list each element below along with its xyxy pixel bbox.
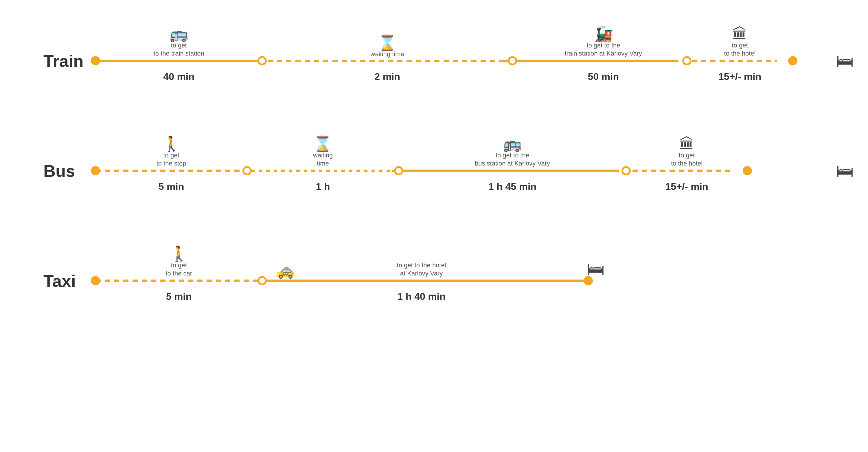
train-icon-3-text: to get to thetrain station at Karlovy Va…	[565, 41, 642, 58]
taxi-label: Taxi	[43, 271, 95, 291]
train-icon-1-text: to get to the train station	[154, 41, 204, 58]
train-label: Train	[43, 51, 95, 70]
taxi-dur-2: 1 h 40 min	[397, 291, 445, 302]
bus-seg-4	[614, 170, 733, 172]
taxi-row: Taxi 🚶 to getto the car 🚕 to get to the …	[43, 249, 854, 312]
taxi-icon-3: to get to the hotelat Karlovy Vary	[397, 261, 446, 278]
bus-end-icon: 🛏	[836, 161, 854, 181]
bus-icon-1: 🚶 to getto the stop	[157, 136, 186, 168]
train-seg-3	[503, 60, 673, 62]
bus-dur-3: 1 h 45 min	[488, 181, 536, 192]
bus-icon-4: 🏛 to getto the hotel	[671, 136, 703, 168]
train-icon-4: 🏛 to getto the hotel	[724, 26, 756, 58]
bus-node-4	[743, 166, 752, 175]
train-node-0	[91, 56, 100, 65]
bus-icon-3-text: to get to thebus station at Karlovy Vary	[475, 151, 550, 168]
taxi-node-1	[257, 276, 267, 285]
taxi-icon-3-text: to get to the hotelat Karlovy Vary	[397, 261, 446, 278]
bus-node-0	[91, 166, 100, 175]
train-dur-1: 40 min	[163, 71, 194, 82]
bus-row: Bus 🚶 to getto the stop ⌛ waitingtime 🚌 …	[43, 139, 854, 203]
taxi-seg-1	[95, 279, 262, 282]
train-dur-2: 2 min	[374, 71, 400, 82]
taxi-icon-2: 🚕	[276, 263, 294, 278]
bus-seg-2	[244, 170, 392, 172]
train-dur-4: 15+/- min	[718, 71, 761, 82]
train-node-1	[257, 56, 267, 65]
taxi-seg-2	[262, 279, 588, 282]
train-seg-1	[95, 60, 258, 62]
taxi-icon-1: 🚶 to getto the car	[165, 246, 192, 278]
train-icon-3: 🚂 to get to thetrain station at Karlovy …	[565, 26, 642, 58]
bus-node-3	[621, 166, 631, 175]
bus-icon-2: ⌛ waitingtime	[313, 136, 333, 168]
taxi-node-0	[91, 276, 100, 285]
train-icon-1: 🚌 to get to the train station	[154, 26, 204, 58]
bus-dur-2: 1 h	[316, 181, 330, 192]
train-icon-2-text: waiting time	[371, 50, 404, 58]
train-end-icon: 🛏	[836, 51, 854, 71]
train-seg-2	[258, 60, 503, 62]
bus-dur-1: 5 min	[159, 181, 184, 192]
bus-icon-1-text: to getto the stop	[157, 151, 186, 168]
train-icon-4-text: to getto the hotel	[724, 41, 756, 58]
bus-label: Bus	[43, 161, 95, 181]
bus-icon-2-text: waitingtime	[313, 151, 333, 168]
diagram-container: Train 🚌 to get to the train station ⌛ wa…	[43, 11, 854, 347]
train-node-2	[508, 56, 517, 65]
bus-node-1	[243, 166, 252, 175]
taxi-dur-1: 5 min	[166, 291, 192, 302]
train-node-3	[682, 56, 691, 65]
bus-seg-1	[95, 170, 244, 172]
bus-seg-3	[392, 170, 614, 172]
bus-node-2	[394, 166, 403, 175]
train-node-4	[788, 56, 797, 65]
train-row: Train 🚌 to get to the train station ⌛ wa…	[43, 29, 854, 93]
taxi-icon-1-text: to getto the car	[165, 261, 192, 278]
taxi-icon-4: 🛏	[587, 261, 604, 278]
bus-dur-4: 15+/- min	[665, 181, 708, 192]
train-icon-2: ⌛ waiting time	[371, 35, 404, 58]
bus-icon-3: 🚌 to get to thebus station at Karlovy Va…	[475, 136, 550, 168]
taxi-node-2	[584, 276, 593, 285]
train-dur-3: 50 min	[588, 71, 619, 82]
bus-icon-4-text: to getto the hotel	[671, 151, 703, 168]
